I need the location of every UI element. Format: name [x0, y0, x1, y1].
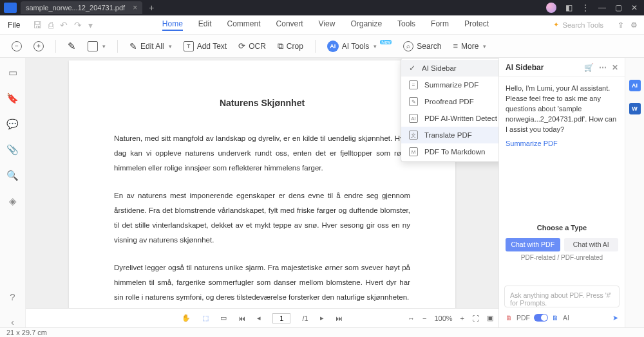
summarize-link[interactable]: Summarize PDF: [506, 139, 558, 149]
cloud-icon[interactable]: ⇪: [618, 21, 624, 30]
close-window-icon[interactable]: ✕: [631, 3, 638, 12]
minimize-icon[interactable]: —: [598, 3, 606, 12]
add-text-tool[interactable]: TAdd Text: [184, 41, 227, 51]
main-area: ▭ 🔖 💬 📎 🔍 ◈ ? ‹ Naturens Skjønnhet Natur…: [0, 58, 644, 327]
more-button[interactable]: ≡More▾: [453, 41, 486, 51]
document-tab[interactable]: sample_norwe...12_204731.pdf ×: [21, 1, 142, 14]
hand-tool-icon[interactable]: ✋: [182, 314, 191, 322]
thumbnails-icon[interactable]: ▭: [8, 67, 17, 78]
ai-toggle-label: AI: [563, 314, 569, 322]
last-page-icon[interactable]: ⏭: [336, 314, 343, 322]
dd-ai-written-detect[interactable]: AIPDF AI-Written Detect: [401, 110, 498, 127]
new-tab-button[interactable]: +: [149, 3, 154, 13]
menu-form[interactable]: Form: [431, 19, 449, 31]
doc-paragraph: Dyrelivet legger også til naturens unike…: [114, 260, 410, 305]
settings-icon[interactable]: ⚙: [630, 21, 638, 30]
page-dimensions: 21 x 29.7 cm: [6, 329, 47, 336]
file-menu[interactable]: File: [0, 21, 28, 30]
view-mode-icon[interactable]: ▣: [487, 314, 493, 322]
send-icon[interactable]: ➤: [612, 314, 618, 322]
word-rail-icon[interactable]: W: [629, 103, 641, 114]
next-page-icon[interactable]: ▸: [320, 314, 324, 322]
tab-title: sample_norwe...12_204731.pdf: [26, 4, 125, 12]
dd-pdf-to-markdown[interactable]: MPDF To Markdown: [401, 143, 498, 160]
first-page-icon[interactable]: ⏮: [238, 314, 245, 322]
menubar: File 🖫 ⎙ ↶ ↷ ▾ Home Edit Comment Convert…: [0, 15, 644, 35]
toolbar: − + ✎ ▾ ✎Edit All▾ TAdd Text ⟳OCR ⧉Crop …: [0, 35, 644, 58]
search-rail-icon[interactable]: 🔍: [6, 170, 19, 181]
fit-width-icon[interactable]: ↔: [408, 314, 415, 322]
attachment-icon[interactable]: 📎: [6, 144, 19, 156]
bookmark-icon[interactable]: 🔖: [6, 93, 19, 104]
zoom-out-icon[interactable]: −: [12, 41, 22, 51]
cart-icon[interactable]: 🛒: [584, 63, 594, 72]
far-right-rail: AI W: [625, 58, 644, 327]
panel-icon[interactable]: ◧: [565, 3, 573, 12]
pdf-ai-toggle[interactable]: [534, 314, 548, 322]
statusbar: 21 x 29.7 cm: [0, 327, 644, 337]
select-tool-icon[interactable]: ⬚: [202, 314, 209, 322]
chat-with-ai-button[interactable]: Chat with AI: [564, 238, 619, 251]
comment-rail-icon[interactable]: 💬: [6, 118, 19, 130]
menu-organize[interactable]: Organize: [350, 19, 382, 31]
menu-edit[interactable]: Edit: [198, 19, 212, 31]
chat-with-pdf-button[interactable]: Chat with PDF: [506, 238, 560, 251]
ai-sidebar-panel: AI Sidebar 🛒 ⋯ ✕ Hello, I'm Lumi, your A…: [498, 58, 625, 327]
ai-tools-dropdown: ✓AI Sidebar ≡Summarize PDF ✎Proofread PD…: [401, 58, 498, 162]
highlighter-icon[interactable]: ✎: [68, 41, 76, 52]
menu-protect[interactable]: Protect: [464, 19, 489, 31]
avatar[interactable]: [546, 3, 556, 13]
undo-icon[interactable]: ↶: [60, 20, 68, 30]
maximize-icon[interactable]: ▢: [615, 3, 622, 12]
page-number-input[interactable]: [272, 313, 290, 323]
dd-ai-sidebar[interactable]: ✓AI Sidebar: [401, 60, 498, 77]
layers-icon[interactable]: ◈: [9, 196, 17, 207]
ask-input[interactable]: Ask anything about PDF. Press '#' for Pr…: [504, 286, 620, 307]
menu-view[interactable]: View: [319, 19, 336, 31]
ai-tools-button[interactable]: AIAI Tools▾New: [327, 41, 392, 52]
search-tools[interactable]: ✦ Search Tools: [553, 21, 611, 29]
search-button[interactable]: ⌕Search: [403, 41, 441, 51]
choose-type-label: Choose a Type: [499, 224, 625, 232]
menu-comment[interactable]: Comment: [227, 19, 261, 31]
read-mode-icon[interactable]: ▭: [220, 314, 227, 322]
fullscreen-icon[interactable]: ⛶: [472, 314, 479, 322]
ai-rail-icon[interactable]: AI: [629, 80, 641, 91]
save-icon[interactable]: 🖫: [33, 20, 42, 30]
kebab-icon[interactable]: ⋮: [582, 3, 589, 12]
menu-tools[interactable]: Tools: [397, 19, 415, 31]
edit-all-tool[interactable]: ✎Edit All▾: [129, 41, 172, 51]
search-tools-label: Search Tools: [563, 21, 603, 29]
redo-icon[interactable]: ↷: [74, 20, 82, 30]
close-sidebar-icon[interactable]: ✕: [612, 63, 618, 72]
help-icon[interactable]: ?: [10, 291, 15, 302]
dd-translate-pdf[interactable]: 文Translate PDF: [401, 127, 498, 143]
page-total: /1: [302, 314, 308, 322]
markdown-icon: M: [409, 147, 418, 156]
collapse-rail-icon[interactable]: ‹: [11, 316, 14, 327]
prev-page-icon[interactable]: ◂: [257, 314, 261, 322]
document-viewport[interactable]: Naturens Skjønnhet Naturen, med sitt man…: [26, 58, 498, 327]
ai-greeting: Hello, I'm Lumi, your AI assistant. Plea…: [506, 84, 620, 135]
dd-summarize-pdf[interactable]: ≡Summarize PDF: [401, 77, 498, 93]
check-icon: ✓: [409, 64, 415, 73]
shape-tool[interactable]: ▾: [88, 41, 106, 51]
star-icon: ✦: [553, 21, 559, 29]
app-icon: [4, 3, 17, 13]
dd-proofread-pdf[interactable]: ✎Proofread PDF: [401, 93, 498, 110]
zoom-out-footer-icon[interactable]: −: [422, 314, 426, 322]
zoom-in-footer-icon[interactable]: +: [460, 314, 464, 322]
qat-more-icon[interactable]: ▾: [88, 20, 93, 30]
zoom-in-icon[interactable]: +: [33, 41, 44, 51]
summarize-icon: ≡: [409, 80, 418, 89]
ai-sidebar-title: AI Sidebar: [506, 63, 544, 72]
zoom-value[interactable]: 100%: [434, 314, 452, 322]
related-unrelated-label: PDF-related / PDF-unrelated: [499, 254, 625, 261]
menu-convert[interactable]: Convert: [276, 19, 303, 31]
ocr-tool[interactable]: ⟳OCR: [238, 41, 266, 51]
crop-tool[interactable]: ⧉Crop: [278, 41, 303, 51]
close-tab-icon[interactable]: ×: [133, 3, 137, 12]
more-sidebar-icon[interactable]: ⋯: [599, 63, 607, 72]
menu-home[interactable]: Home: [162, 19, 183, 31]
print-icon[interactable]: ⎙: [48, 20, 53, 30]
